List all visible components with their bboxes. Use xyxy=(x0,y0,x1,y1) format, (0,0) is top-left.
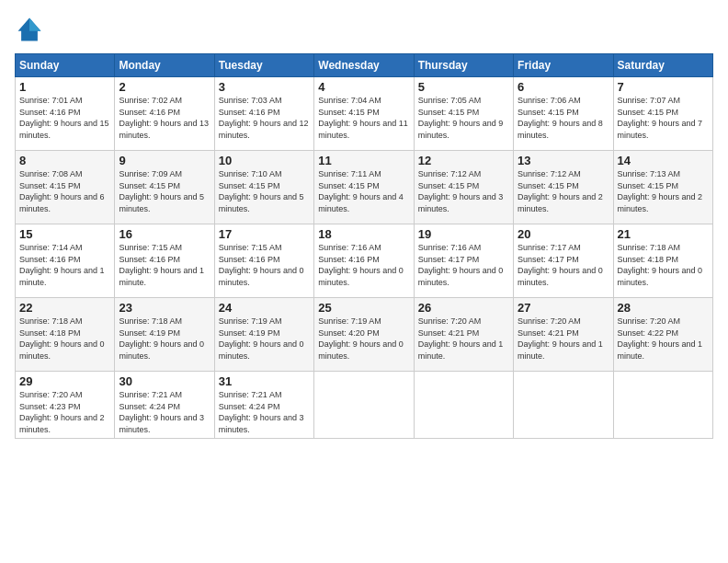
sunset-label: Sunset: 4:24 PM xyxy=(119,402,180,411)
sunset-label: Sunset: 4:17 PM xyxy=(418,255,480,264)
day-info: Sunrise: 7:15 AM Sunset: 4:16 PM Dayligh… xyxy=(119,242,210,288)
day-info: Sunrise: 7:13 AM Sunset: 4:15 PM Dayligh… xyxy=(618,168,709,214)
calendar-cell: 29 Sunrise: 7:20 AM Sunset: 4:23 PM Dayl… xyxy=(16,372,115,439)
day-number: 17 xyxy=(219,227,310,241)
day-info: Sunrise: 7:09 AM Sunset: 4:15 PM Dayligh… xyxy=(119,168,210,214)
daylight-label: Daylight: 9 hours and 1 minute. xyxy=(518,339,603,361)
daylight-label: Daylight: 9 hours and 6 minutes. xyxy=(19,192,105,213)
day-number: 7 xyxy=(618,80,709,94)
day-info: Sunrise: 7:18 AM Sunset: 4:18 PM Dayligh… xyxy=(19,316,110,362)
sunrise-label: Sunrise: 7:15 AM xyxy=(219,243,282,252)
day-number: 22 xyxy=(19,301,110,315)
day-info: Sunrise: 7:18 AM Sunset: 4:18 PM Dayligh… xyxy=(618,242,709,288)
sunrise-label: Sunrise: 7:01 AM xyxy=(19,96,83,105)
sunset-label: Sunset: 4:15 PM xyxy=(318,181,380,190)
sunset-label: Sunset: 4:15 PM xyxy=(618,181,679,190)
day-info: Sunrise: 7:03 AM Sunset: 4:16 PM Dayligh… xyxy=(219,95,310,141)
day-info: Sunrise: 7:15 AM Sunset: 4:16 PM Dayligh… xyxy=(219,242,310,288)
day-number: 11 xyxy=(318,154,409,167)
calendar-cell xyxy=(314,372,414,439)
day-number: 2 xyxy=(119,80,210,94)
day-number: 21 xyxy=(618,227,709,241)
sunrise-label: Sunrise: 7:07 AM xyxy=(618,96,681,105)
sunrise-label: Sunrise: 7:18 AM xyxy=(618,243,681,252)
day-info: Sunrise: 7:20 AM Sunset: 4:21 PM Dayligh… xyxy=(518,316,609,362)
day-number: 1 xyxy=(19,80,110,94)
daylight-label: Daylight: 9 hours and 0 minutes. xyxy=(318,339,404,361)
sunset-label: Sunset: 4:15 PM xyxy=(119,181,180,190)
sunrise-label: Sunrise: 7:20 AM xyxy=(618,316,681,326)
day-number: 16 xyxy=(119,227,210,241)
calendar-cell xyxy=(514,372,613,439)
day-info: Sunrise: 7:02 AM Sunset: 4:16 PM Dayligh… xyxy=(119,95,210,141)
sunrise-label: Sunrise: 7:08 AM xyxy=(19,169,83,178)
daylight-label: Daylight: 9 hours and 0 minutes. xyxy=(19,339,105,361)
sunset-label: Sunset: 4:17 PM xyxy=(518,255,579,264)
day-number: 23 xyxy=(119,301,210,315)
daylight-label: Daylight: 9 hours and 11 minutes. xyxy=(318,119,408,140)
daylight-label: Daylight: 9 hours and 0 minutes. xyxy=(219,339,304,361)
daylight-label: Daylight: 9 hours and 2 minutes. xyxy=(19,413,105,434)
calendar-cell: 9 Sunrise: 7:09 AM Sunset: 4:15 PM Dayli… xyxy=(115,151,214,224)
daylight-label: Daylight: 9 hours and 0 minutes. xyxy=(518,266,603,287)
daylight-label: Daylight: 9 hours and 12 minutes. xyxy=(219,119,309,140)
daylight-label: Daylight: 9 hours and 2 minutes. xyxy=(618,192,703,213)
calendar-week-3: 15 Sunrise: 7:14 AM Sunset: 4:16 PM Dayl… xyxy=(16,224,713,298)
weekday-header-thursday: Thursday xyxy=(414,54,513,77)
day-number: 26 xyxy=(418,301,509,315)
day-info: Sunrise: 7:21 AM Sunset: 4:24 PM Dayligh… xyxy=(119,389,210,435)
day-info: Sunrise: 7:16 AM Sunset: 4:17 PM Dayligh… xyxy=(418,242,509,288)
day-number: 9 xyxy=(119,154,210,167)
sunset-label: Sunset: 4:22 PM xyxy=(618,328,679,338)
sunset-label: Sunset: 4:15 PM xyxy=(418,181,480,190)
sunrise-label: Sunrise: 7:02 AM xyxy=(119,96,182,105)
calendar-cell: 22 Sunrise: 7:18 AM Sunset: 4:18 PM Dayl… xyxy=(16,298,115,372)
sunset-label: Sunset: 4:21 PM xyxy=(518,328,579,338)
sunset-label: Sunset: 4:21 PM xyxy=(418,328,480,338)
daylight-label: Daylight: 9 hours and 3 minutes. xyxy=(219,413,304,434)
calendar-table: SundayMondayTuesdayWednesdayThursdayFrid… xyxy=(15,53,713,439)
calendar-cell: 13 Sunrise: 7:12 AM Sunset: 4:15 PM Dayl… xyxy=(514,151,613,224)
day-info: Sunrise: 7:10 AM Sunset: 4:15 PM Dayligh… xyxy=(219,168,310,214)
day-number: 20 xyxy=(518,227,609,241)
day-number: 4 xyxy=(318,80,409,94)
day-info: Sunrise: 7:21 AM Sunset: 4:24 PM Dayligh… xyxy=(219,389,310,435)
sunset-label: Sunset: 4:15 PM xyxy=(618,108,679,117)
day-number: 15 xyxy=(19,227,110,241)
sunset-label: Sunset: 4:20 PM xyxy=(318,328,380,338)
calendar-cell: 6 Sunrise: 7:06 AM Sunset: 4:15 PM Dayli… xyxy=(514,77,613,151)
sunrise-label: Sunrise: 7:20 AM xyxy=(518,316,581,326)
sunset-label: Sunset: 4:16 PM xyxy=(19,108,81,117)
day-info: Sunrise: 7:06 AM Sunset: 4:15 PM Dayligh… xyxy=(518,95,609,141)
daylight-label: Daylight: 9 hours and 0 minutes. xyxy=(618,266,703,287)
calendar-cell: 10 Sunrise: 7:10 AM Sunset: 4:15 PM Dayl… xyxy=(214,151,313,224)
calendar-cell: 21 Sunrise: 7:18 AM Sunset: 4:18 PM Dayl… xyxy=(613,224,712,298)
calendar-cell: 26 Sunrise: 7:20 AM Sunset: 4:21 PM Dayl… xyxy=(414,298,513,372)
day-info: Sunrise: 7:16 AM Sunset: 4:16 PM Dayligh… xyxy=(318,242,409,288)
day-info: Sunrise: 7:20 AM Sunset: 4:21 PM Dayligh… xyxy=(418,316,509,362)
sunrise-label: Sunrise: 7:10 AM xyxy=(219,169,282,178)
daylight-label: Daylight: 9 hours and 3 minutes. xyxy=(418,192,504,213)
day-info: Sunrise: 7:12 AM Sunset: 4:15 PM Dayligh… xyxy=(518,168,609,214)
sunset-label: Sunset: 4:15 PM xyxy=(518,181,579,190)
sunrise-label: Sunrise: 7:18 AM xyxy=(19,316,83,326)
sunrise-label: Sunrise: 7:12 AM xyxy=(418,169,482,178)
sunset-label: Sunset: 4:16 PM xyxy=(219,255,280,264)
calendar-cell xyxy=(414,372,513,439)
daylight-label: Daylight: 9 hours and 1 minute. xyxy=(119,266,204,287)
day-info: Sunrise: 7:05 AM Sunset: 4:15 PM Dayligh… xyxy=(418,95,509,141)
day-number: 29 xyxy=(19,374,110,388)
daylight-label: Daylight: 9 hours and 7 minutes. xyxy=(618,119,703,140)
calendar-cell xyxy=(613,372,712,439)
sunset-label: Sunset: 4:16 PM xyxy=(19,255,81,264)
day-info: Sunrise: 7:08 AM Sunset: 4:15 PM Dayligh… xyxy=(19,168,110,214)
day-number: 10 xyxy=(219,154,310,167)
day-number: 8 xyxy=(19,154,110,167)
calendar-cell: 2 Sunrise: 7:02 AM Sunset: 4:16 PM Dayli… xyxy=(115,77,214,151)
calendar-cell: 1 Sunrise: 7:01 AM Sunset: 4:16 PM Dayli… xyxy=(16,77,115,151)
daylight-label: Daylight: 9 hours and 9 minutes. xyxy=(418,119,504,140)
calendar-cell: 3 Sunrise: 7:03 AM Sunset: 4:16 PM Dayli… xyxy=(214,77,313,151)
day-info: Sunrise: 7:20 AM Sunset: 4:23 PM Dayligh… xyxy=(19,389,110,435)
day-info: Sunrise: 7:04 AM Sunset: 4:15 PM Dayligh… xyxy=(318,95,409,141)
day-number: 24 xyxy=(219,301,310,315)
